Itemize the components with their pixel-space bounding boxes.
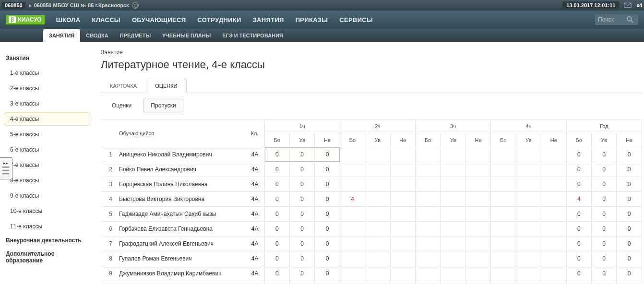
cell[interactable]: 0 (592, 237, 617, 251)
cell[interactable]: 0 (315, 281, 340, 284)
cell[interactable] (491, 281, 516, 284)
cell[interactable] (340, 147, 365, 162)
cell[interactable] (390, 266, 415, 281)
cell[interactable] (390, 207, 415, 222)
cell[interactable] (416, 177, 441, 192)
cell[interactable]: 0 (592, 251, 617, 266)
sidebar-class-5[interactable]: 5-е классы (5, 128, 89, 141)
cell[interactable] (541, 207, 566, 222)
sidebar-title-extra[interactable]: Внеурочная деятельность (6, 237, 88, 244)
cell[interactable]: 4 (566, 192, 591, 207)
cell[interactable] (516, 162, 541, 177)
student-name[interactable]: Бойко Павел Александрович (115, 162, 245, 177)
table-row[interactable]: 10Дорошенко Кристина Андреевна4А000000 (101, 281, 642, 284)
cell[interactable] (516, 147, 541, 162)
cell[interactable]: 0 (566, 222, 591, 237)
student-name[interactable]: Джуманиязов Владимир Каримбаевич (115, 266, 245, 281)
cell[interactable] (365, 147, 390, 162)
cell[interactable]: 0 (617, 207, 642, 222)
table-row[interactable]: 8Гупалов Роман Евгеньевич4А000000 (101, 251, 642, 266)
cell[interactable]: 0 (289, 162, 314, 177)
cell[interactable] (416, 222, 441, 237)
user-badge[interactable]: к4 (636, 2, 642, 8)
cell[interactable] (465, 192, 490, 207)
cell[interactable] (390, 162, 415, 177)
cell[interactable] (416, 207, 441, 222)
cell[interactable] (465, 237, 490, 251)
cell[interactable] (465, 281, 490, 284)
cell[interactable]: 0 (315, 251, 340, 266)
cell[interactable] (340, 162, 365, 177)
cell[interactable]: 0 (264, 207, 289, 222)
cell[interactable] (340, 251, 365, 266)
cell[interactable] (465, 177, 490, 192)
cell[interactable]: 0 (592, 281, 617, 284)
eye-icon[interactable] (132, 2, 139, 9)
cell[interactable]: 0 (289, 147, 314, 162)
cell[interactable] (441, 177, 465, 192)
cell[interactable]: 0 (617, 162, 642, 177)
cell[interactable]: 0 (592, 266, 617, 281)
cell[interactable] (365, 207, 390, 222)
search-box[interactable] (595, 14, 638, 25)
cell[interactable] (365, 177, 390, 192)
sidebar-class-1[interactable]: 1-е классы (5, 66, 89, 80)
cell[interactable] (441, 237, 465, 251)
cell[interactable]: 0 (315, 237, 340, 251)
table-row[interactable]: 9Джуманиязов Владимир Каримбаевич4А00000… (101, 266, 642, 281)
cell[interactable] (491, 162, 516, 177)
cell[interactable]: 0 (264, 177, 289, 192)
cell[interactable] (491, 222, 516, 237)
cell[interactable]: 0 (315, 162, 340, 177)
student-name[interactable]: Графодатцкий Алексей Евгеньевич (115, 237, 245, 251)
cell[interactable] (365, 281, 390, 284)
cell[interactable] (441, 281, 465, 284)
cell[interactable] (516, 207, 541, 222)
cell[interactable] (465, 251, 490, 266)
cell[interactable]: 0 (617, 266, 642, 281)
sidebar-class-2[interactable]: 2-е классы (5, 82, 89, 95)
cell[interactable]: 0 (289, 192, 314, 207)
student-name[interactable]: Гаджизаде Аминахатын Сахиб кызы (115, 207, 245, 222)
cell[interactable] (441, 251, 465, 266)
cell[interactable]: 0 (315, 207, 340, 222)
sidebar-class-9[interactable]: 9-е классы (5, 189, 89, 202)
sidebar-class-10[interactable]: 10-е классы (5, 204, 89, 218)
cell[interactable]: 0 (289, 266, 314, 281)
cell[interactable]: 0 (289, 222, 314, 237)
cell[interactable] (365, 192, 390, 207)
mail-icon[interactable] (624, 2, 632, 8)
cell[interactable] (390, 237, 415, 251)
cell[interactable]: 0 (315, 222, 340, 237)
sidebar-title-additional[interactable]: Дополнительное образование (6, 250, 88, 264)
subnav-plans[interactable]: УЧЕБНЫЕ ПЛАНЫ (156, 29, 216, 42)
cell[interactable]: 0 (617, 237, 642, 251)
cell[interactable] (541, 192, 566, 207)
cell[interactable] (441, 162, 465, 177)
table-row[interactable]: 4Быстрова Виктория Викторовна4А0004400 (101, 192, 642, 207)
student-name[interactable]: Дорошенко Кристина Андреевна (115, 281, 245, 284)
cell[interactable] (491, 251, 516, 266)
cell[interactable] (541, 266, 566, 281)
sidebar-class-4[interactable]: 4-е классы (5, 112, 89, 126)
cell[interactable]: 0 (315, 192, 340, 207)
cell[interactable]: 0 (617, 192, 642, 207)
cell[interactable] (441, 222, 465, 237)
cell[interactable]: 0 (592, 192, 617, 207)
table-row[interactable]: 6Горбачева Елизавета Геннадьевна4А000000 (101, 222, 642, 237)
cell[interactable] (340, 281, 365, 284)
cell[interactable]: 0 (315, 177, 340, 192)
student-name[interactable]: Анищенко Николай Владимирович (115, 147, 245, 162)
cell[interactable] (491, 192, 516, 207)
table-row[interactable]: 3Борщевская Полина Николаевна4А000000 (101, 177, 642, 192)
sidebar-class-3[interactable]: 3-е классы (5, 97, 89, 110)
student-name[interactable]: Борщевская Полина Николаевна (115, 177, 245, 192)
nav-lessons[interactable]: ЗАНЯТИЯ (253, 16, 284, 24)
cell[interactable] (541, 237, 566, 251)
table-row[interactable]: 5Гаджизаде Аминахатын Сахиб кызы4А000000 (101, 207, 642, 222)
cell[interactable]: 0 (566, 281, 591, 284)
cell[interactable]: 0 (264, 281, 289, 284)
cell[interactable]: 0 (617, 177, 642, 192)
student-name[interactable]: Гупалов Роман Евгеньевич (115, 251, 245, 266)
table-row[interactable]: 1Анищенко Николай Владимирович4А000000 (101, 147, 642, 162)
